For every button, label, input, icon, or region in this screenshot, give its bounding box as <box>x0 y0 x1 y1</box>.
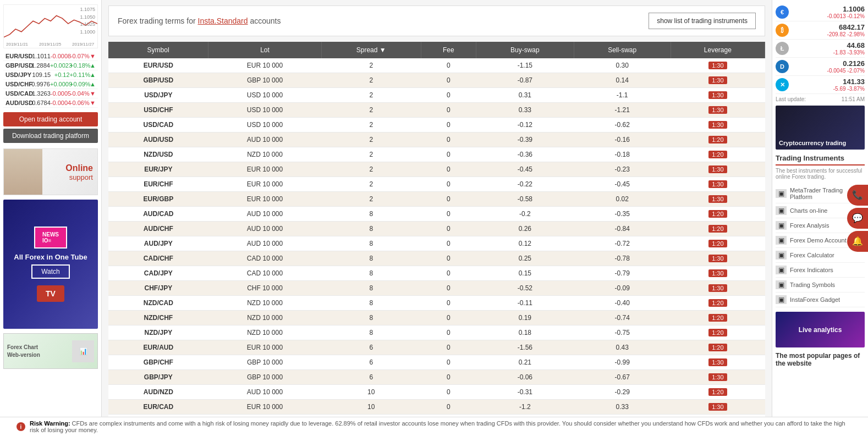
cell-leverage: 1:30 <box>671 192 765 207</box>
cell-fee: 0 <box>421 147 476 162</box>
open-trading-account-button[interactable]: Open trading account <box>3 112 98 126</box>
cell-fee: 0 <box>421 103 476 118</box>
chart-web-text: Forex ChartWeb-version <box>7 344 40 359</box>
cell-lot: CAD 10 000 <box>208 251 322 266</box>
crypto-image-banner: Cryptocurrency trading <box>776 106 865 150</box>
cell-buy-swap: -0.39 <box>476 133 574 147</box>
col-fee: Fee <box>421 42 476 58</box>
cell-fee: 0 <box>421 177 476 192</box>
table-row: USD/CHF USD 10 000 2 0 0.33 -1.21 1:30 <box>108 103 765 118</box>
table-row: EUR/USD EUR 10 000 2 0 -1.15 0.30 1:30 <box>108 58 765 73</box>
cell-spread: 2 <box>321 192 421 207</box>
currency-row[interactable]: EUR/USD 1.1011 -0.0008 -0.07% ▼ <box>3 52 98 61</box>
cell-lot: USD 10 000 <box>208 103 322 118</box>
cell-lot: AUD 10 000 <box>208 236 322 251</box>
cell-lot: GBP 10 000 <box>208 355 322 370</box>
cell-lot: USD 10 000 <box>208 118 322 133</box>
cell-sell-swap: -0.09 <box>574 281 671 296</box>
risk-text-body: CFDs are complex instruments and come wi… <box>30 420 845 433</box>
currency-arrow-icon: ▼ <box>90 90 96 97</box>
show-list-button[interactable]: show list of trading instruments <box>649 13 756 29</box>
cell-sell-swap: -1.21 <box>574 103 671 118</box>
crypto-icon: Ł <box>776 42 789 55</box>
live-analytics-banner: Live analytics <box>776 312 865 347</box>
currency-price: 1.3263 <box>31 90 51 97</box>
cell-sell-swap: -0.16 <box>574 133 671 147</box>
currency-change: +0.12 <box>51 71 69 78</box>
notify-float-button[interactable]: 🔔 <box>847 231 868 252</box>
table-row: CHF/JPY CHF 10 000 8 0 -0.52 -0.09 1:30 <box>108 281 765 296</box>
crypto-row: Ł 44.68 -1.83 -3.93% <box>776 40 865 58</box>
cell-spread: 2 <box>321 103 421 118</box>
currency-row[interactable]: GBP/USD 1.2884 +0.0023 +0.18% ▲ <box>3 61 98 70</box>
cell-fee: 0 <box>421 355 476 370</box>
ti-item[interactable]: ▣ Trading Symbols <box>776 278 865 292</box>
crypto-icon: € <box>776 5 789 19</box>
support-text: Online support <box>65 163 93 181</box>
instastandard-link[interactable]: Insta.Standard <box>198 16 248 25</box>
cell-buy-swap: -0.2 <box>476 207 574 222</box>
cell-leverage: 1:30 <box>671 58 765 73</box>
table-row: AUD/NZD AUD 10 000 10 0 -0.31 -0.29 1:20 <box>108 385 765 400</box>
cell-lot: EUR 10 000 <box>208 58 322 73</box>
currency-row[interactable]: USD/CAD 1.3263 -0.0005 -0.04% ▼ <box>3 89 98 98</box>
cell-spread: 2 <box>321 58 421 73</box>
ti-item[interactable]: ▣ InstaForex Gadget <box>776 292 865 307</box>
cell-sell-swap: -0.72 <box>574 236 671 251</box>
risk-text: Risk Warning: CFDs are complex instrumen… <box>30 420 851 433</box>
chat-float-button[interactable]: 💬 <box>847 208 868 229</box>
col-sell-swap: Sell-swap <box>574 42 671 58</box>
currency-row[interactable]: AUD/USD 0.6784 -0.0004 -0.06% ▼ <box>3 98 98 108</box>
cell-buy-swap: 0.19 <box>476 311 574 325</box>
currency-row[interactable]: USD/CHF 0.9976 +0.0009 +0.09% ▲ <box>3 80 98 89</box>
cell-spread: 2 <box>321 88 421 103</box>
cell-symbol: GBP/CHF <box>108 355 208 370</box>
table-row: NZD/USD NZD 10 000 2 0 -0.36 -0.18 1:20 <box>108 147 765 162</box>
cell-leverage: 1:20 <box>671 385 765 400</box>
cell-spread: 8 <box>321 251 421 266</box>
currency-row[interactable]: USD/JPY 109.15 +0.12 +0.11% ▲ <box>3 70 98 80</box>
support-label: support <box>65 173 93 181</box>
crypto-icon: ✕ <box>776 78 789 91</box>
cell-sell-swap: 0.30 <box>574 58 671 73</box>
table-row: GBP/USD GBP 10 000 2 0 -0.87 0.14 1:30 <box>108 73 765 88</box>
cell-leverage: 1:30 <box>671 103 765 118</box>
cell-symbol: AUD/JPY <box>108 236 208 251</box>
currency-pct: -0.04% <box>70 90 90 97</box>
cell-fee: 0 <box>421 118 476 133</box>
cell-sell-swap: -1.1 <box>574 88 671 103</box>
cell-sell-swap: -0.35 <box>574 207 671 222</box>
currency-arrow-icon: ▲ <box>90 71 96 78</box>
cell-fee: 0 <box>421 133 476 147</box>
cell-sell-swap: -0.99 <box>574 355 671 370</box>
cell-buy-swap: -0.87 <box>476 73 574 88</box>
ti-item-icon: ▣ <box>776 236 787 245</box>
cell-fee: 0 <box>421 325 476 340</box>
crypto-icon: D <box>776 60 789 73</box>
currency-price: 1.2884 <box>31 62 50 69</box>
cell-buy-swap: -0.22 <box>476 177 574 192</box>
currency-pct: -0.06% <box>70 100 90 106</box>
crypto-price: 0.2126 <box>791 59 865 68</box>
cell-sell-swap: -0.75 <box>574 325 671 340</box>
table-row: EUR/CAD EUR 10 000 10 0 -1.2 0.33 1:30 <box>108 400 765 415</box>
table-row: AUD/CAD AUD 10 000 8 0 -0.2 -0.35 1:20 <box>108 207 765 222</box>
download-platform-button[interactable]: Download trading platform <box>3 129 98 143</box>
cell-buy-swap: -0.45 <box>476 162 574 177</box>
table-row: AUD/JPY AUD 10 000 8 0 0.12 -0.72 1:20 <box>108 236 765 251</box>
cell-symbol: GBP/JPY <box>108 370 208 385</box>
crypto-change: -0.0013 -0.12% <box>791 13 865 19</box>
table-row: AUD/USD AUD 10 000 2 0 -0.39 -0.16 1:20 <box>108 133 765 147</box>
cell-buy-swap: -0.52 <box>476 281 574 296</box>
news-watch-button[interactable]: Watch <box>31 264 70 279</box>
cell-spread: 6 <box>321 370 421 385</box>
cell-leverage: 1:20 <box>671 236 765 251</box>
cell-buy-swap: -0.06 <box>476 370 574 385</box>
ti-item[interactable]: ▣ Forex Indicators <box>776 263 865 278</box>
phone-float-button[interactable]: 📞 <box>847 185 868 206</box>
crypto-price: 44.68 <box>791 41 865 49</box>
ti-item-icon: ▣ <box>776 251 787 260</box>
cell-leverage: 1:30 <box>671 355 765 370</box>
cell-symbol: AUD/NZD <box>108 385 208 400</box>
currency-symbol: USD/CHF <box>6 81 31 87</box>
